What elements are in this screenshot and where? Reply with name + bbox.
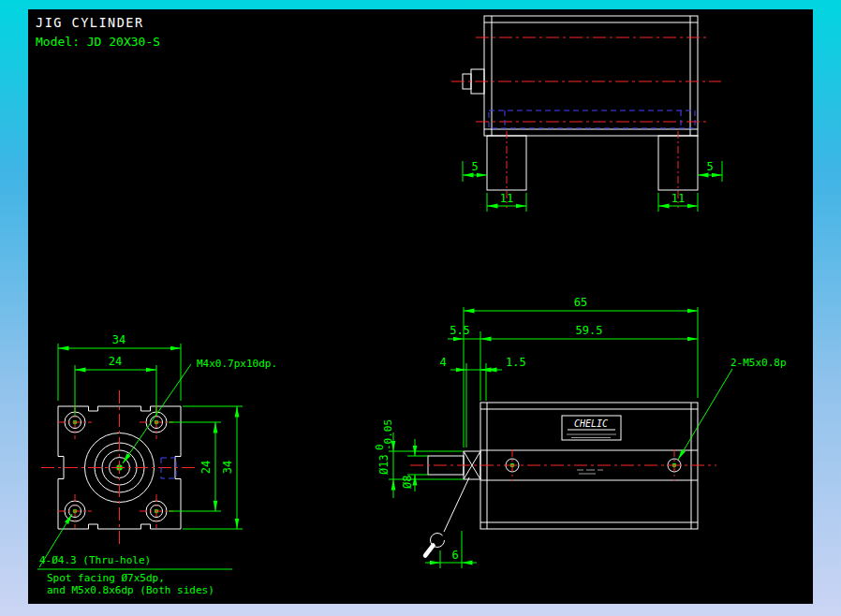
note-rod-thread: M4x0.7px10dp. — [197, 358, 277, 370]
dim-holes-24: 24 — [109, 355, 122, 368]
note-spot-facing-2: and M5x0.8x6dp (Both sides) — [47, 584, 214, 596]
note-spot-facing-1: Spot facing Ø7x5dp, — [47, 572, 165, 584]
dim-rod-dia: Ø8 — [401, 476, 414, 489]
note-side-thread: 2-M5x0.8p — [730, 357, 787, 369]
dim-gap-1-5: 1.5 — [506, 356, 526, 369]
dim-height-34: 34 — [221, 461, 234, 474]
dim-total-65: 65 — [574, 296, 587, 309]
wrench-icon — [425, 477, 469, 556]
front-view: 34 24 24 34 M4x0.7px10dp. 4-Ø4.3 (Thru-h… — [37, 333, 277, 596]
hidden-bore — [489, 110, 695, 128]
svg-text:Ø13: Ø13 — [377, 454, 391, 475]
brand-plate: CHELIC — [562, 416, 621, 440]
dim-step-4: 4 — [439, 356, 446, 369]
drawing: JIG CYLINDER Model: JD 20X30-S — [28, 9, 813, 604]
dim-left-5: 5 — [471, 160, 478, 173]
title-block: JIG CYLINDER Model: JD 20X30-S — [36, 15, 160, 49]
dim-wrench-flat-6: 6 — [451, 549, 458, 562]
model-number: Model: JD 20X30-S — [36, 35, 160, 49]
tol-lower: -0.05 — [382, 419, 394, 450]
dim-width-34: 34 — [112, 333, 125, 346]
dim-collar-dia: Ø13 0 -0.05 — [374, 419, 394, 475]
body-stamp — [577, 470, 603, 474]
side-elevation-view: 5 5 11 11 — [451, 16, 722, 212]
section-view: CHELIC 65 5.5 59.5 4 — [374, 296, 787, 568]
dim-right-5: 5 — [706, 160, 713, 173]
dim-right-11: 11 — [671, 192, 685, 205]
cad-viewport[interactable]: JIG CYLINDER Model: JD 20X30-S — [28, 9, 813, 604]
corner-holes — [65, 412, 167, 521]
cylinder-body-outline — [484, 16, 698, 136]
dim-holes-24-vert: 24 — [199, 461, 213, 474]
note-thru-hole: 4-Ø4.3 (Thru-hole) — [39, 554, 151, 566]
dim-body-59-5: 59.5 — [576, 324, 603, 337]
dim-left-11: 11 — [500, 192, 513, 205]
brand-logo: CHELIC — [574, 418, 608, 429]
dim-collar-5-5: 5.5 — [450, 324, 470, 337]
drawing-title: JIG CYLINDER — [36, 15, 144, 30]
